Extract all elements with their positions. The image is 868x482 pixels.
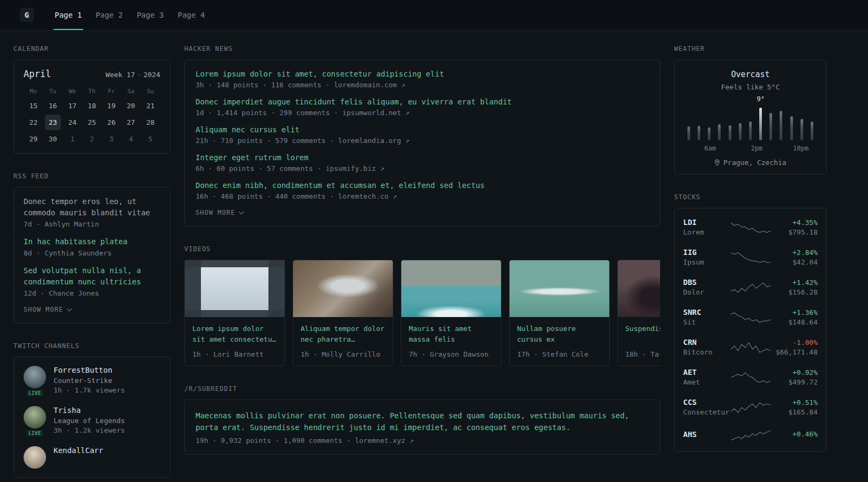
stock-price: $795.18 [772, 228, 818, 236]
stock-change: +0.51% [772, 398, 818, 406]
tab-page-3[interactable]: Page 3 [136, 0, 165, 30]
story-title[interactable]: Integer eget rutrum lorem [196, 153, 649, 162]
stock-id: AET Amet [683, 368, 730, 386]
tab-page-2[interactable]: Page 2 [95, 0, 124, 30]
video-title[interactable]: Suspendisse diam [625, 323, 660, 345]
calendar-day: 30 [45, 131, 61, 147]
story-meta-text: 6h · 60 points · 57 comments · [196, 164, 326, 172]
video-title[interactable]: Nullam posuere cursus ex [517, 323, 602, 345]
rss-widget-label: RSS FEED [13, 172, 170, 180]
rss-item-title[interactable]: Donec tempor eros leo, ut commodo mauris… [24, 196, 160, 219]
stock-id: AHS [683, 430, 730, 440]
location-pin-icon [714, 159, 720, 166]
hackernews-show-more-button[interactable]: SHOW MORE [196, 209, 243, 216]
video-card[interactable]: Mauris sit amet massa felis 7h · Grayson… [401, 260, 502, 366]
post-meta-text: 19h · 9,932 points · 1,090 comments · [196, 436, 355, 445]
rss-item-title[interactable]: In hac habitasse platea [24, 236, 160, 247]
video-card[interactable]: Nullam posuere cursus ex 17h · Stefan Co… [509, 260, 610, 366]
video-card[interactable]: Suspendisse diam 18h · Tara [617, 260, 660, 366]
rss-card: Donec tempor eros leo, ut commodo mauris… [13, 187, 170, 323]
weekday-label: Sa [121, 88, 140, 95]
stock-ticker: CCS [683, 398, 730, 406]
stock-name: Sit [683, 318, 730, 326]
calendar-grid: 1516171819202122232425262728293012345 [24, 98, 160, 147]
story-meta-text: 16h · 468 points · 440 comments · [196, 192, 338, 200]
tab-page-1[interactable]: Page 1 [54, 0, 83, 30]
stock-sparkline [730, 428, 772, 442]
twitch-channel[interactable]: KendallCarr [24, 446, 160, 469]
rss-item-meta: 8d · Cynthia Saunders [24, 249, 160, 257]
stock-price: $499.72 [772, 378, 818, 386]
weather-bar [790, 116, 793, 140]
video-meta: 18h · Tara [625, 350, 660, 358]
story-source-link[interactable]: ipsumworld.net ↗ [342, 109, 409, 117]
story-title[interactable]: Aliquam nec cursus elit [196, 125, 649, 134]
calendar-day: 23 [45, 115, 61, 130]
calendar-week-year: Week 17·2024 [106, 71, 160, 79]
weather-times: 6am2pm10pm [687, 145, 813, 153]
stock-price: $165.84 [772, 408, 818, 416]
stock-name: Dolor [683, 288, 730, 296]
stock-ticker: LDI [683, 218, 730, 227]
post-title[interactable]: Maecenas mollis pulvinar erat non posuer… [196, 410, 649, 433]
channel-category: League of Legends [54, 417, 125, 425]
calendar-year: 2024 [144, 71, 160, 79]
story: Donec imperdiet augue tincidunt felis al… [196, 97, 649, 117]
subreddit-widget: /R/SUBREDDIT Maecenas mollis pulvinar er… [184, 385, 660, 455]
stock-row[interactable]: CRN Bitcorn -1.00% $66,171.48 [683, 332, 818, 362]
twitch-channel[interactable]: LIVE ForrestButton Counter-Strike 1h · 1… [24, 366, 160, 394]
stock-price: $156.28 [772, 288, 818, 296]
stock-row[interactable]: CCS Consectetur +0.51% $165.84 [683, 392, 818, 422]
stock-row[interactable]: AET Amet +0.92% $499.72 [683, 362, 818, 392]
stock-row[interactable]: AHS +0.46% [683, 422, 818, 448]
weather-bar [687, 126, 690, 140]
post-meta: 19h · 9,932 points · 1,090 comments · lo… [196, 436, 649, 445]
video-thumbnail[interactable] [618, 260, 660, 317]
story-source-link[interactable]: ipsumify.biz ↗ [326, 164, 385, 172]
stocks-widget: STOCKS LDI Lorem +4.35% $795.18 IIG [674, 193, 827, 452]
video-thumbnail[interactable] [185, 260, 285, 317]
weekday-label: Fr [102, 88, 121, 95]
story-title[interactable]: Donec imperdiet augue tincidunt felis al… [196, 97, 649, 106]
calendar-day: 24 [64, 115, 80, 130]
stock-values: +0.92% $499.72 [772, 368, 818, 386]
weekday-label: Mo [24, 88, 43, 95]
stock-sparkline [730, 220, 772, 234]
stock-change: +4.35% [772, 219, 818, 227]
video-title[interactable]: Lorem ipsum dolor sit amet consectetu… [192, 323, 277, 345]
rss-show-more-button[interactable]: SHOW MORE [24, 306, 71, 313]
chevron-down-icon [239, 209, 244, 214]
stock-row[interactable]: SNRC Sit +1.36% $148.64 [683, 302, 818, 332]
tab-page-4[interactable]: Page 4 [177, 0, 206, 30]
twitch-channel[interactable]: LIVE Trisha League of Legends 3h · 1.2k … [24, 406, 160, 434]
rss-item-title[interactable]: Sed volutpat nulla nisl, a condimentum n… [24, 265, 160, 288]
stock-row[interactable]: DBS Dolor +1.42% $156.28 [683, 272, 818, 302]
separator-dot: · [137, 71, 141, 79]
rss-item-meta: 7d · Ashlyn Martin [24, 220, 160, 228]
stocks-widget-label: STOCKS [674, 193, 827, 201]
story-source-link[interactable]: loremtech.co ↗ [338, 192, 397, 200]
stock-row[interactable]: LDI Lorem +4.35% $795.18 [683, 212, 818, 242]
video-card[interactable]: Lorem ipsum dolor sit amet consectetu… 1… [184, 260, 285, 366]
show-more-label: SHOW MORE [24, 306, 63, 313]
stock-sparkline [730, 250, 772, 264]
video-title[interactable]: Aliquam tempor dolor nec pharetra… [301, 323, 385, 345]
app-logo: G [20, 8, 34, 22]
story-title[interactable]: Lorem ipsum dolor sit amet, consectetur … [196, 70, 649, 78]
video-thumbnail[interactable] [401, 260, 501, 317]
post-source-link[interactable]: loremnet.xyz ↗ [355, 436, 414, 445]
story-title[interactable]: Donec enim nibh, condimentum et accumsan… [196, 181, 649, 190]
story-source-link[interactable]: loremdomain.com ↗ [334, 81, 405, 89]
story-source-link[interactable]: loremlandia.org ↗ [338, 137, 409, 145]
stock-row[interactable]: IIG Ipsum +2.84% $42.04 [683, 242, 818, 272]
right-column: WEATHER Overcast Feels like 5°C 9° 6am2p… [674, 45, 827, 478]
video-thumbnail[interactable] [293, 260, 393, 317]
video-card[interactable]: Aliquam tempor dolor nec pharetra… 1h · … [293, 260, 393, 366]
weather-bar [729, 125, 731, 140]
stock-sparkline [730, 340, 772, 354]
videos-widget: VIDEOS Lorem ipsum dolor sit amet consec… [184, 245, 660, 366]
video-thumbnail[interactable] [510, 260, 609, 317]
channel-name: Trisha [54, 406, 125, 415]
weather-bar [718, 124, 721, 140]
video-title[interactable]: Mauris sit amet massa felis [409, 323, 493, 345]
